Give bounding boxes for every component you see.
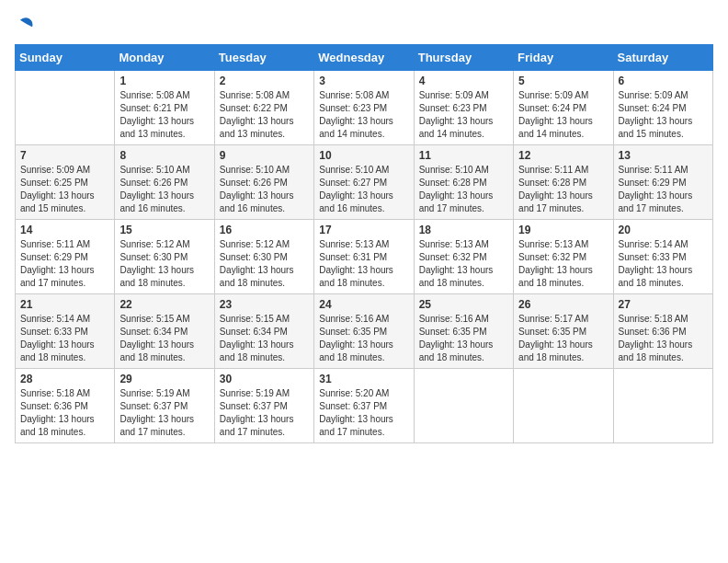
calendar-cell: 5Sunrise: 5:09 AM Sunset: 6:24 PM Daylig… — [514, 71, 613, 145]
weekday-sunday: Sunday — [16, 45, 115, 71]
calendar-cell: 12Sunrise: 5:11 AM Sunset: 6:28 PM Dayli… — [514, 145, 613, 220]
day-number: 30 — [220, 373, 309, 385]
day-info: Sunrise: 5:15 AM Sunset: 6:34 PM Dayligh… — [119, 313, 209, 364]
calendar-cell: 9Sunrise: 5:10 AM Sunset: 6:26 PM Daylig… — [214, 145, 313, 220]
day-number: 16 — [220, 224, 309, 236]
day-info: Sunrise: 5:19 AM Sunset: 6:37 PM Dayligh… — [119, 387, 209, 439]
calendar-cell: 27Sunrise: 5:18 AM Sunset: 6:36 PM Dayli… — [613, 294, 712, 369]
calendar-cell: 3Sunrise: 5:08 AM Sunset: 6:23 PM Daylig… — [314, 71, 414, 145]
day-info: Sunrise: 5:17 AM Sunset: 6:35 PM Dayligh… — [518, 313, 608, 364]
day-info: Sunrise: 5:13 AM Sunset: 6:32 PM Dayligh… — [518, 238, 608, 290]
calendar-cell: 15Sunrise: 5:12 AM Sunset: 6:30 PM Dayli… — [115, 220, 214, 294]
day-info: Sunrise: 5:10 AM Sunset: 6:26 PM Dayligh… — [220, 164, 309, 215]
day-info: Sunrise: 5:18 AM Sunset: 6:36 PM Dayligh… — [619, 313, 708, 364]
day-number: 19 — [518, 224, 608, 236]
calendar-cell: 23Sunrise: 5:15 AM Sunset: 6:34 PM Dayli… — [214, 294, 313, 369]
header — [15, 15, 713, 35]
day-number: 15 — [119, 224, 209, 236]
day-info: Sunrise: 5:10 AM Sunset: 6:27 PM Dayligh… — [319, 164, 408, 215]
calendar-cell: 1Sunrise: 5:08 AM Sunset: 6:21 PM Daylig… — [115, 71, 214, 145]
calendar-cell — [613, 369, 712, 443]
calendar-cell: 14Sunrise: 5:11 AM Sunset: 6:29 PM Dayli… — [16, 220, 115, 294]
weekday-wednesday: Wednesday — [314, 45, 414, 71]
day-number: 3 — [319, 75, 408, 87]
day-number: 26 — [518, 298, 608, 311]
calendar-cell: 31Sunrise: 5:20 AM Sunset: 6:37 PM Dayli… — [314, 369, 414, 443]
calendar-cell: 13Sunrise: 5:11 AM Sunset: 6:29 PM Dayli… — [613, 145, 712, 220]
day-number: 11 — [419, 149, 508, 162]
calendar-cell: 24Sunrise: 5:16 AM Sunset: 6:35 PM Dayli… — [314, 294, 414, 369]
week-row-3: 14Sunrise: 5:11 AM Sunset: 6:29 PM Dayli… — [16, 220, 713, 294]
day-info: Sunrise: 5:08 AM Sunset: 6:21 PM Dayligh… — [119, 89, 209, 141]
calendar-cell: 17Sunrise: 5:13 AM Sunset: 6:31 PM Dayli… — [314, 220, 414, 294]
day-info: Sunrise: 5:13 AM Sunset: 6:31 PM Dayligh… — [319, 238, 408, 290]
logo — [15, 15, 39, 35]
calendar-cell: 20Sunrise: 5:14 AM Sunset: 6:33 PM Dayli… — [613, 220, 712, 294]
day-info: Sunrise: 5:11 AM Sunset: 6:29 PM Dayligh… — [619, 164, 708, 215]
day-info: Sunrise: 5:09 AM Sunset: 6:24 PM Dayligh… — [518, 89, 608, 141]
day-number: 25 — [419, 298, 508, 311]
day-info: Sunrise: 5:12 AM Sunset: 6:30 PM Dayligh… — [119, 238, 209, 290]
calendar-cell: 25Sunrise: 5:16 AM Sunset: 6:35 PM Dayli… — [414, 294, 513, 369]
day-number: 13 — [619, 149, 708, 162]
calendar-cell: 7Sunrise: 5:09 AM Sunset: 6:25 PM Daylig… — [16, 145, 115, 220]
day-info: Sunrise: 5:09 AM Sunset: 6:23 PM Dayligh… — [419, 89, 508, 141]
day-number: 27 — [619, 298, 708, 311]
day-number: 18 — [419, 224, 508, 236]
day-info: Sunrise: 5:15 AM Sunset: 6:34 PM Dayligh… — [220, 313, 309, 364]
day-info: Sunrise: 5:16 AM Sunset: 6:35 PM Dayligh… — [419, 313, 508, 364]
day-number: 21 — [20, 298, 109, 311]
day-number: 17 — [319, 224, 408, 236]
calendar-cell: 18Sunrise: 5:13 AM Sunset: 6:32 PM Dayli… — [414, 220, 513, 294]
day-info: Sunrise: 5:20 AM Sunset: 6:37 PM Dayligh… — [319, 387, 408, 439]
day-number: 23 — [220, 298, 309, 311]
weekday-saturday: Saturday — [613, 45, 712, 71]
week-row-4: 21Sunrise: 5:14 AM Sunset: 6:33 PM Dayli… — [16, 294, 713, 369]
calendar-table: SundayMondayTuesdayWednesdayThursdayFrid… — [15, 44, 713, 443]
calendar-body: 1Sunrise: 5:08 AM Sunset: 6:21 PM Daylig… — [16, 71, 713, 443]
calendar-cell — [414, 369, 513, 443]
weekday-header: SundayMondayTuesdayWednesdayThursdayFrid… — [16, 45, 713, 71]
day-number: 8 — [119, 149, 209, 162]
day-info: Sunrise: 5:08 AM Sunset: 6:22 PM Dayligh… — [220, 89, 309, 141]
day-info: Sunrise: 5:10 AM Sunset: 6:28 PM Dayligh… — [419, 164, 508, 215]
calendar-cell: 29Sunrise: 5:19 AM Sunset: 6:37 PM Dayli… — [115, 369, 214, 443]
calendar-cell: 16Sunrise: 5:12 AM Sunset: 6:30 PM Dayli… — [214, 220, 313, 294]
day-number: 2 — [220, 75, 309, 87]
day-info: Sunrise: 5:09 AM Sunset: 6:25 PM Dayligh… — [20, 164, 109, 215]
weekday-monday: Monday — [115, 45, 214, 71]
day-number: 12 — [518, 149, 608, 162]
weekday-thursday: Thursday — [414, 45, 513, 71]
day-number: 20 — [619, 224, 708, 236]
day-info: Sunrise: 5:12 AM Sunset: 6:30 PM Dayligh… — [220, 238, 309, 290]
day-info: Sunrise: 5:13 AM Sunset: 6:32 PM Dayligh… — [419, 238, 508, 290]
calendar-cell — [16, 71, 115, 145]
week-row-1: 1Sunrise: 5:08 AM Sunset: 6:21 PM Daylig… — [16, 71, 713, 145]
calendar-cell: 19Sunrise: 5:13 AM Sunset: 6:32 PM Dayli… — [514, 220, 613, 294]
weekday-friday: Friday — [514, 45, 613, 71]
calendar-cell: 10Sunrise: 5:10 AM Sunset: 6:27 PM Dayli… — [314, 145, 414, 220]
calendar-cell — [514, 369, 613, 443]
day-info: Sunrise: 5:16 AM Sunset: 6:35 PM Dayligh… — [319, 313, 408, 364]
calendar-cell: 22Sunrise: 5:15 AM Sunset: 6:34 PM Dayli… — [115, 294, 214, 369]
day-info: Sunrise: 5:08 AM Sunset: 6:23 PM Dayligh… — [319, 89, 408, 141]
day-info: Sunrise: 5:11 AM Sunset: 6:29 PM Dayligh… — [20, 238, 109, 290]
day-number: 22 — [119, 298, 209, 311]
day-number: 7 — [20, 149, 109, 162]
calendar-cell: 11Sunrise: 5:10 AM Sunset: 6:28 PM Dayli… — [414, 145, 513, 220]
calendar-cell: 6Sunrise: 5:09 AM Sunset: 6:24 PM Daylig… — [613, 71, 712, 145]
day-info: Sunrise: 5:14 AM Sunset: 6:33 PM Dayligh… — [619, 238, 708, 290]
calendar-cell: 4Sunrise: 5:09 AM Sunset: 6:23 PM Daylig… — [414, 71, 513, 145]
day-number: 4 — [419, 75, 508, 87]
weekday-tuesday: Tuesday — [214, 45, 313, 71]
day-info: Sunrise: 5:11 AM Sunset: 6:28 PM Dayligh… — [518, 164, 608, 215]
week-row-5: 28Sunrise: 5:18 AM Sunset: 6:36 PM Dayli… — [16, 369, 713, 443]
day-number: 9 — [220, 149, 309, 162]
day-info: Sunrise: 5:09 AM Sunset: 6:24 PM Dayligh… — [619, 89, 708, 141]
calendar-cell: 30Sunrise: 5:19 AM Sunset: 6:37 PM Dayli… — [214, 369, 313, 443]
day-info: Sunrise: 5:14 AM Sunset: 6:33 PM Dayligh… — [20, 313, 109, 364]
day-number: 1 — [119, 75, 209, 87]
calendar-cell: 8Sunrise: 5:10 AM Sunset: 6:26 PM Daylig… — [115, 145, 214, 220]
logo-icon — [15, 15, 35, 35]
calendar-cell: 26Sunrise: 5:17 AM Sunset: 6:35 PM Dayli… — [514, 294, 613, 369]
